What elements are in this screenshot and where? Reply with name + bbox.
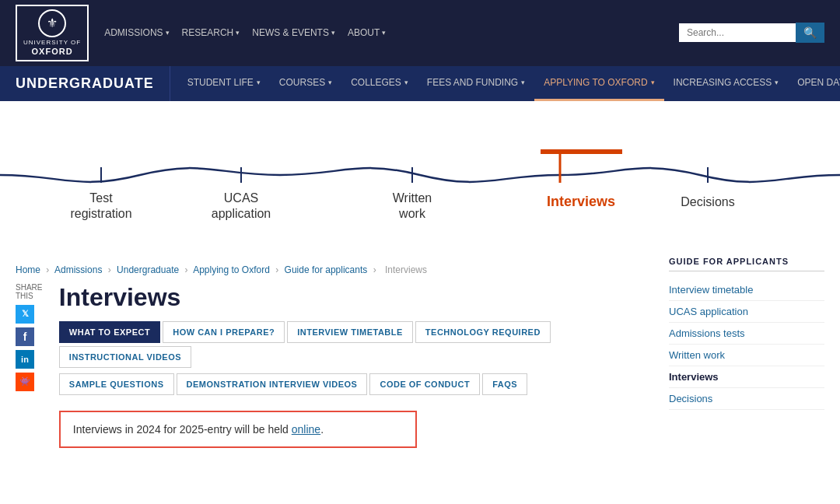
applying-oxford-nav-link[interactable]: APPLYING TO OXFORD ▾ bbox=[534, 66, 663, 101]
share-section: SHARE THIS 𝕏 f in 👾 bbox=[16, 283, 59, 391]
tabs-row-2: SAMPLE QUESTIONS DEMONSTRATION INTERVIEW… bbox=[59, 373, 646, 398]
sidebar-written-work-link[interactable]: Written work bbox=[669, 345, 824, 366]
svg-text:Test: Test bbox=[89, 191, 113, 205]
timeline-section: Test registration UCAS application Writt… bbox=[0, 101, 840, 249]
fees-funding-nav-link[interactable]: FEES AND FUNDING ▾ bbox=[418, 66, 534, 101]
svg-text:Interviews: Interviews bbox=[547, 194, 615, 209]
breadcrumb-applying[interactable]: Applying to Oxford bbox=[193, 264, 270, 275]
open-days-nav-link[interactable]: OPEN DAYS AND VISITS ▾ bbox=[788, 66, 840, 101]
share-label: SHARE THIS bbox=[16, 283, 59, 300]
breadcrumb-sep-5: › bbox=[373, 264, 376, 275]
search-input[interactable] bbox=[679, 23, 796, 42]
news-arrow-icon: ▾ bbox=[331, 29, 335, 37]
tab-how-prepare[interactable]: HOW CAN I PREPARE? bbox=[163, 321, 285, 343]
tab-instructional-videos[interactable]: INSTRUCTIONAL VIDEOS bbox=[59, 346, 191, 368]
breadcrumb-home[interactable]: Home bbox=[16, 264, 40, 275]
tab-interview-timetable[interactable]: INTERVIEW TIMETABLE bbox=[287, 321, 413, 343]
courses-arrow-icon: ▾ bbox=[328, 79, 332, 86]
top-nav-links: ADMISSIONS ▾ RESEARCH ▾ NEWS & EVENTS ▾ … bbox=[104, 27, 386, 38]
fees-arrow-icon: ▾ bbox=[521, 79, 525, 86]
search-area: 🔍 bbox=[679, 23, 824, 43]
svg-text:UCAS: UCAS bbox=[224, 191, 258, 205]
share-icons-list: 𝕏 f in 👾 bbox=[16, 305, 59, 391]
svg-text:registration: registration bbox=[70, 207, 131, 220]
top-nav-left: ⚜ UNIVERSITY OF OXFORD ADMISSIONS ▾ RESE… bbox=[16, 5, 386, 61]
courses-nav-link[interactable]: COURSES ▾ bbox=[270, 66, 341, 101]
research-nav-link[interactable]: RESEARCH ▾ bbox=[182, 27, 240, 38]
oxford-logo[interactable]: ⚜ UNIVERSITY OF OXFORD bbox=[16, 5, 89, 61]
breadcrumb-sep-3: › bbox=[184, 264, 187, 275]
breadcrumb: Home › Admissions › Undergraduate › Appl… bbox=[16, 257, 646, 275]
sidebar-interviews-link[interactable]: Interviews bbox=[669, 366, 824, 388]
title-tabs-content: Interviews WHAT TO EXPECT HOW CAN I PREP… bbox=[59, 283, 646, 460]
colleges-arrow-icon: ▾ bbox=[404, 79, 408, 86]
top-navigation: ⚜ UNIVERSITY OF OXFORD ADMISSIONS ▾ RESE… bbox=[0, 0, 840, 66]
student-life-arrow-icon: ▾ bbox=[257, 79, 261, 86]
sidebar-interview-timetable-link[interactable]: Interview timetable bbox=[669, 279, 824, 301]
breadcrumb-sep-4: › bbox=[275, 264, 278, 275]
facebook-share-icon[interactable]: f bbox=[16, 327, 34, 346]
main-content-wrapper: Home › Admissions › Undergraduate › Appl… bbox=[0, 249, 840, 485]
breadcrumb-admissions[interactable]: Admissions bbox=[54, 264, 102, 275]
svg-text:Written: Written bbox=[393, 191, 432, 205]
right-sidebar: GUIDE FOR APPLICANTS Interview timetable… bbox=[669, 257, 824, 470]
logo-emblem: ⚜ bbox=[38, 9, 66, 37]
alert-text-start: Interviews in 2024 for 2025-entry will b… bbox=[73, 423, 292, 436]
admissions-nav-link[interactable]: ADMISSIONS ▾ bbox=[104, 27, 169, 38]
logo-university-text: UNIVERSITY OF bbox=[23, 39, 81, 47]
tab-sample-questions[interactable]: SAMPLE QUESTIONS bbox=[59, 373, 174, 395]
svg-text:Decisions: Decisions bbox=[681, 195, 734, 208]
tab-code-of-conduct[interactable]: CODE OF CONDUCT bbox=[369, 373, 480, 395]
increasing-arrow-icon: ▾ bbox=[775, 79, 779, 86]
increasing-access-nav-link[interactable]: INCREASING ACCESS ▾ bbox=[664, 66, 789, 101]
twitter-share-icon[interactable]: 𝕏 bbox=[16, 305, 34, 324]
research-arrow-icon: ▾ bbox=[236, 29, 240, 37]
logo-oxford-text: OXFORD bbox=[23, 47, 81, 57]
tab-what-to-expect[interactable]: WHAT TO EXPECT bbox=[59, 321, 160, 343]
about-nav-link[interactable]: ABOUT ▾ bbox=[348, 27, 386, 38]
about-arrow-icon: ▾ bbox=[382, 29, 386, 37]
left-content: Home › Admissions › Undergraduate › Appl… bbox=[16, 257, 646, 470]
reddit-share-icon[interactable]: 👾 bbox=[16, 373, 34, 391]
search-button[interactable]: 🔍 bbox=[796, 23, 824, 43]
alert-online-link[interactable]: online bbox=[292, 423, 320, 436]
student-life-nav-link[interactable]: STUDENT LIFE ▾ bbox=[178, 66, 270, 101]
sub-navigation: UNDERGRADUATE STUDENT LIFE ▾ COURSES ▾ C… bbox=[0, 66, 840, 101]
tabs-container: WHAT TO EXPECT HOW CAN I PREPARE? INTERV… bbox=[59, 321, 646, 398]
main-layout: Home › Admissions › Undergraduate › Appl… bbox=[16, 257, 824, 470]
tab-technology-required[interactable]: TECHNOLOGY REQUIRED bbox=[415, 321, 551, 343]
page-title: Interviews bbox=[59, 283, 646, 312]
breadcrumb-guide[interactable]: Guide for applicants bbox=[285, 264, 368, 275]
applying-arrow-icon: ▾ bbox=[651, 79, 655, 86]
tab-demo-videos[interactable]: DEMONSTRATION INTERVIEW VIDEOS bbox=[177, 373, 368, 395]
alert-text-end: . bbox=[320, 423, 324, 436]
breadcrumb-sep-1: › bbox=[46, 264, 49, 275]
undergraduate-title: UNDERGRADUATE bbox=[16, 66, 170, 101]
tabs-row-1: WHAT TO EXPECT HOW CAN I PREPARE? INTERV… bbox=[59, 321, 646, 371]
breadcrumb-current: Interviews bbox=[385, 264, 427, 275]
linkedin-share-icon[interactable]: in bbox=[16, 350, 34, 369]
admissions-arrow-icon: ▾ bbox=[166, 29, 170, 37]
sidebar-title: GUIDE FOR APPLICANTS bbox=[669, 257, 824, 271]
svg-text:work: work bbox=[398, 207, 426, 220]
title-share-row: SHARE THIS 𝕏 f in 👾 Interviews WHAT TO E… bbox=[16, 283, 646, 460]
breadcrumb-undergraduate[interactable]: Undergraduate bbox=[117, 264, 179, 275]
breadcrumb-sep-2: › bbox=[108, 264, 111, 275]
tab-faqs[interactable]: FAQS bbox=[482, 373, 527, 395]
sidebar-admissions-tests-link[interactable]: Admissions tests bbox=[669, 323, 824, 345]
sidebar-ucas-application-link[interactable]: UCAS application bbox=[669, 301, 824, 323]
news-events-nav-link[interactable]: NEWS & EVENTS ▾ bbox=[252, 27, 335, 38]
timeline-svg: Test registration UCAS application Writt… bbox=[0, 117, 840, 233]
colleges-nav-link[interactable]: COLLEGES ▾ bbox=[341, 66, 418, 101]
alert-box: Interviews in 2024 for 2025-entry will b… bbox=[59, 411, 417, 448]
sidebar-decisions-link[interactable]: Decisions bbox=[669, 388, 824, 410]
svg-text:application: application bbox=[212, 207, 271, 220]
sub-nav-links: STUDENT LIFE ▾ COURSES ▾ COLLEGES ▾ FEES… bbox=[178, 66, 840, 101]
